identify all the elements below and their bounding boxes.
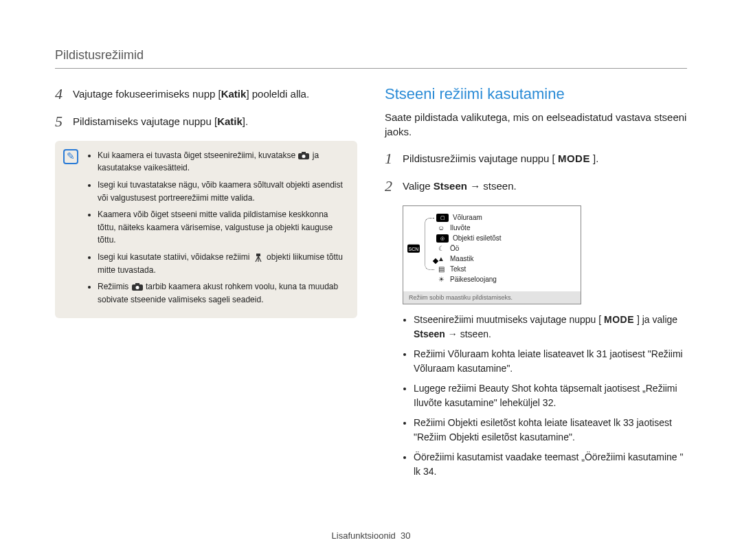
step-1: 1 Pildistusrežiimis vajutage nuppu [ MOD… [385, 150, 687, 168]
intro-text: Saate pildistada valikutega, mis on eels… [385, 110, 687, 139]
night-icon: ☾ [436, 245, 446, 253]
sunset-icon: ☀ [436, 276, 446, 284]
screen-footer: Režiim sobib maastiku pildistamiseks. [403, 291, 581, 304]
svg-rect-6 [135, 283, 139, 285]
step-text: Pildistusrežiimis vajutage nuppu [ MODE … [403, 150, 687, 167]
svg-rect-2 [302, 152, 306, 154]
bullet-item: Öörežiimi kasutamist vaadake teemast „Öö… [414, 450, 687, 479]
note-box: ✎ Kui kaamera ei tuvasta õiget stseenire… [55, 141, 357, 319]
svg-point-1 [302, 155, 306, 158]
header-title: Pildistusrežiimid [55, 48, 687, 63]
face-icon: ☺ [436, 224, 446, 232]
note-item: Isegi kui kasutate statiivi, võidakse re… [98, 251, 346, 276]
scene-item-highlight: ◎ Objekti esiletõst [436, 234, 574, 243]
page-header: Pildistusrežiimid [55, 48, 687, 69]
bullet-item: Lugege režiimi Beauty Shot kohta täpsema… [414, 381, 687, 410]
footer-section: Lisafunktsioonid [332, 530, 396, 541]
scene-item-night: ☾ Öö [436, 245, 574, 253]
note-item: Isegi kui tuvastatakse nägu, võib kaamer… [98, 179, 346, 204]
tripod-icon [252, 253, 265, 262]
step-number: 1 [385, 150, 403, 168]
frame-icon: ▢ [436, 214, 449, 222]
section-title: Stseeni režiimi kasutamine [385, 85, 687, 103]
note-item: Režiimis tarbib kaamera akust rohkem voo… [98, 280, 346, 306]
smart-auto-icon [297, 151, 310, 161]
info-bullets: Stseenirežiimi muutmiseks vajutage nuppu… [385, 313, 687, 479]
step-text: Valige Stseen → stseen. [403, 177, 687, 194]
bullet-item: Režiimi Objekti esiletõst kohta leiate l… [414, 416, 687, 445]
step-5: 5 Pildistamiseks vajutage nuppu [Katik]. [55, 113, 357, 131]
footer-page: 30 [401, 530, 410, 541]
scene-item-landscape: ▲ Maastik [436, 255, 574, 263]
bullet-item: Režiimi Võluraam kohta leiate lisateavet… [414, 347, 687, 376]
right-column: Stseeni režiimi kasutamine Saate pildist… [385, 85, 687, 484]
page-footer: Lisafunktsioonid 30 [0, 530, 742, 541]
note-icon: ✎ [63, 149, 78, 164]
bullet-item: Stseenirežiimi muutmiseks vajutage nuppu… [414, 313, 687, 341]
step-number: 2 [385, 177, 403, 195]
step-number: 5 [55, 113, 73, 131]
camera-screen: SCN ▢ Võluraam ☺ Iluvõte ◎ Objekti esile… [403, 205, 581, 304]
smart-auto-icon [131, 282, 144, 292]
highlight-icon: ◎ [436, 234, 449, 243]
content-columns: 4 Vajutage fokuseerimiseks nupp [Katik] … [55, 85, 687, 484]
left-column: 4 Vajutage fokuseerimiseks nupp [Katik] … [55, 85, 357, 484]
scene-item-beauty: ☺ Iluvõte [436, 224, 574, 232]
scene-item-frame: ▢ Võluraam [436, 214, 574, 222]
step-text: Vajutage fokuseerimiseks nupp [Katik] po… [73, 85, 357, 102]
step-number: 4 [55, 85, 73, 103]
text-icon: ▤ [436, 265, 446, 273]
scene-item-text: ▤ Tekst [436, 265, 574, 273]
step-text: Pildistamiseks vajutage nuppu [Katik]. [73, 113, 357, 130]
dial-indicator [425, 218, 434, 270]
note-item: Kaamera võib õiget stseeni mitte valida … [98, 208, 346, 247]
step-2: 2 Valige Stseen → stseen. [385, 177, 687, 195]
scene-item-sunset: ☀ Päikeseloojang [436, 276, 574, 284]
note-item: Kui kaamera ei tuvasta õiget stseenireži… [98, 149, 346, 175]
header-rule [55, 68, 687, 69]
svg-rect-3 [256, 254, 260, 256]
scene-mode-icon: SCN [407, 245, 420, 254]
step-4: 4 Vajutage fokuseerimiseks nupp [Katik] … [55, 85, 357, 103]
svg-point-5 [135, 286, 139, 289]
